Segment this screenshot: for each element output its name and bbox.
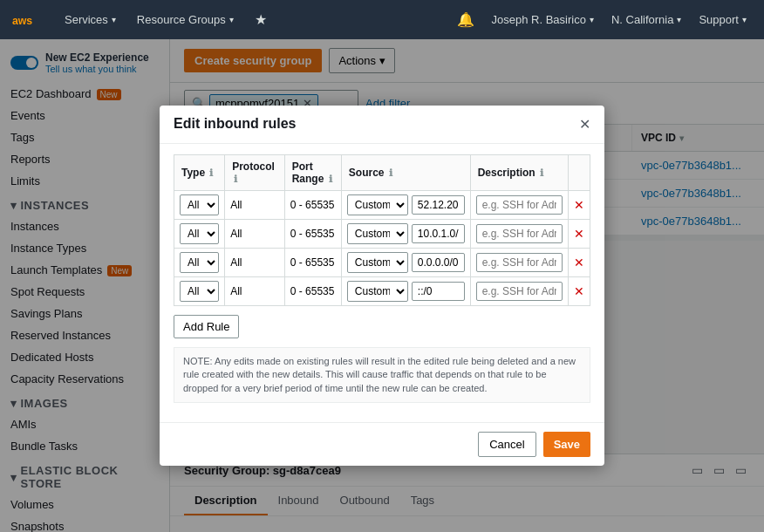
rule2-desc-input[interactable] (476, 224, 563, 243)
services-label: Services (65, 13, 108, 26)
rule1-type-select[interactable]: All traffic (180, 194, 219, 215)
rule3-protocol: All (225, 248, 285, 276)
support-arrow-icon: ▾ (742, 15, 747, 24)
rule-row: All traffic All 0 - 65535 Custom (174, 190, 590, 219)
layout: New EC2 Experience Tell us what you thin… (0, 39, 764, 532)
modal-title: Edit inbound rules (174, 116, 296, 132)
rule3-desc-input[interactable] (476, 253, 563, 272)
rule2-type: All traffic (174, 219, 225, 248)
modal-footer: Cancel Save (160, 422, 604, 466)
user-label: Joseph R. Basirico (492, 13, 586, 26)
rule2-remove: ✕ (568, 219, 590, 248)
modal-overlay: Edit inbound rules ✕ Type ℹ Protocol ℹ P… (0, 39, 764, 532)
rule2-source: Custom (341, 219, 470, 248)
region-arrow-icon: ▾ (677, 15, 681, 24)
rule-row: All traffic All 0 - 65535 Custom (174, 276, 590, 305)
rule4-desc (470, 276, 568, 305)
rule1-desc (470, 190, 568, 219)
rule4-source: Custom (341, 276, 470, 305)
resource-groups-nav[interactable]: Resource Groups ▾ (130, 10, 241, 30)
rule-row: All traffic All 0 - 65535 Custom (174, 219, 590, 248)
edit-inbound-rules-modal: Edit inbound rules ✕ Type ℹ Protocol ℹ P… (160, 106, 604, 466)
modal-close-button[interactable]: ✕ (579, 116, 590, 133)
rule1-source-input[interactable] (412, 195, 465, 215)
rule4-type-select[interactable]: All traffic (180, 281, 219, 302)
col-actions-header (568, 154, 590, 190)
rule1-source-type-select[interactable]: Custom (347, 194, 408, 215)
col-protocol-header: Protocol ℹ (225, 154, 285, 190)
top-nav: aws Services ▾ Resource Groups ▾ ★ 🔔 Jos… (0, 0, 764, 39)
rule1-remove: ✕ (568, 190, 590, 219)
resource-groups-label: Resource Groups (137, 13, 226, 26)
rule2-desc (470, 219, 568, 248)
support-label: Support (699, 13, 739, 26)
rules-table: Type ℹ Protocol ℹ Port Range ℹ Source ℹ … (174, 154, 590, 306)
rule3-type: All traffic (174, 248, 225, 276)
col-description-header: Description ℹ (470, 154, 568, 190)
rule4-type: All traffic (174, 276, 225, 305)
rule2-type-select[interactable]: All traffic (180, 223, 219, 244)
cancel-button[interactable]: Cancel (478, 432, 535, 457)
rule3-remove-button[interactable]: ✕ (574, 256, 584, 269)
favorites-icon[interactable]: ★ (248, 8, 274, 31)
rule2-protocol: All (225, 219, 285, 248)
aws-logo: aws (10, 10, 44, 31)
rule1-type: All traffic (174, 190, 225, 219)
rule1-protocol: All (225, 190, 285, 219)
rule4-desc-input[interactable] (476, 282, 563, 301)
svg-text:aws: aws (12, 15, 32, 27)
col-type-header: Type ℹ (174, 154, 225, 190)
rule3-remove: ✕ (568, 248, 590, 276)
rule2-remove-button[interactable]: ✕ (574, 227, 584, 241)
nav-right: 🔔 Joseph R. Basirico ▾ N. California ▾ S… (450, 8, 754, 31)
rule3-source-input[interactable] (412, 253, 465, 272)
rule3-source: Custom (341, 248, 470, 276)
rule3-source-type-select[interactable]: Custom (347, 252, 408, 273)
rule3-port-range: 0 - 65535 (284, 248, 341, 276)
notifications-icon[interactable]: 🔔 (450, 8, 481, 31)
rule1-remove-button[interactable]: ✕ (574, 198, 584, 212)
user-menu[interactable]: Joseph R. Basirico ▾ (485, 10, 601, 30)
rule4-remove: ✕ (568, 276, 590, 305)
services-arrow-icon: ▾ (112, 15, 116, 24)
rule3-type-select[interactable]: All traffic (180, 252, 219, 273)
col-source-header: Source ℹ (341, 154, 470, 190)
modal-header: Edit inbound rules ✕ (160, 106, 604, 144)
modal-note: NOTE: Any edits made on existing rules w… (174, 347, 590, 403)
rule2-source-type-select[interactable]: Custom (347, 223, 408, 244)
rule1-desc-input[interactable] (476, 195, 563, 215)
rule4-source-input[interactable] (412, 282, 465, 301)
save-button[interactable]: Save (543, 432, 590, 457)
rule4-protocol: All (225, 276, 285, 305)
region-menu[interactable]: N. California ▾ (604, 10, 689, 30)
support-menu[interactable]: Support ▾ (692, 10, 754, 30)
rule4-port-range: 0 - 65535 (284, 276, 341, 305)
rule4-source-type-select[interactable]: Custom (347, 281, 408, 302)
rule1-port-range: 0 - 65535 (284, 190, 341, 219)
region-label: N. California (611, 13, 674, 26)
col-port-range-header: Port Range ℹ (284, 154, 341, 190)
rule4-remove-button[interactable]: ✕ (574, 284, 584, 298)
rule2-port-range: 0 - 65535 (284, 219, 341, 248)
rule2-source-input[interactable] (412, 224, 465, 243)
modal-body: Type ℹ Protocol ℹ Port Range ℹ Source ℹ … (160, 144, 604, 422)
add-rule-button[interactable]: Add Rule (174, 315, 239, 338)
rule3-desc (470, 248, 568, 276)
services-nav[interactable]: Services ▾ (58, 10, 123, 30)
resource-groups-arrow-icon: ▾ (229, 15, 234, 24)
user-arrow-icon: ▾ (590, 15, 594, 24)
rule-row: All traffic All 0 - 65535 Custom (174, 248, 590, 276)
rule1-source: Custom (341, 190, 470, 219)
